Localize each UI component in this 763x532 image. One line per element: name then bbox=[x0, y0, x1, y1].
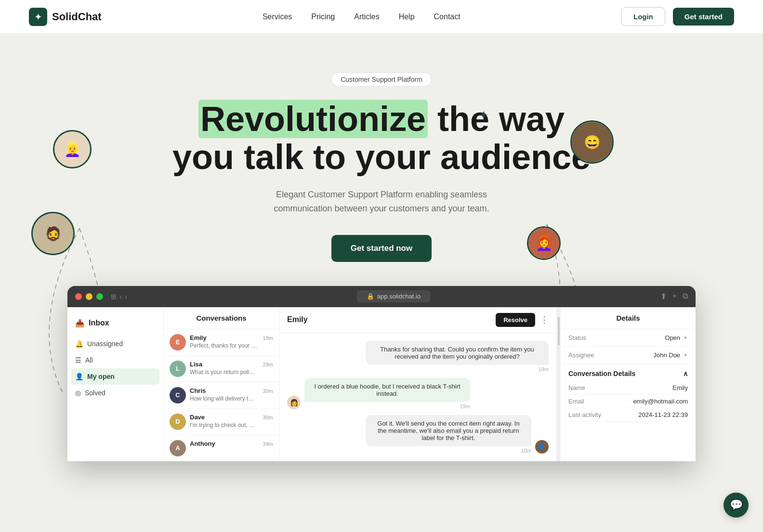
details-header: Details bbox=[561, 307, 696, 329]
login-button[interactable]: Login bbox=[621, 7, 665, 26]
message-3: Got it. We'll send you the correct item … bbox=[366, 415, 549, 454]
conv-item-chris[interactable]: C Chris 30m How long will delivery take … bbox=[164, 382, 279, 409]
conv-name-anthony: Anthony bbox=[190, 440, 215, 447]
last-activity-value: 2024-11-23 22:39 bbox=[638, 411, 688, 418]
status-value-row[interactable]: Open ▼ bbox=[665, 334, 688, 341]
conv-avatar-dave: D bbox=[170, 414, 186, 430]
assignee-value-row[interactable]: John Doe ▼ bbox=[653, 351, 688, 359]
chat-widget-icon: 💬 bbox=[730, 499, 743, 511]
hero-title: Revolutionize the way you talk to your a… bbox=[165, 100, 598, 176]
more-options-button[interactable]: ⋮ bbox=[540, 314, 549, 325]
avatar-2: 🧔 bbox=[31, 212, 75, 255]
new-tab-icon[interactable]: + bbox=[672, 292, 677, 301]
hero-title-highlight: Revolutionize bbox=[198, 100, 428, 138]
status-chevron-icon: ▼ bbox=[683, 335, 688, 340]
inbox-label: Inbox bbox=[89, 319, 109, 327]
conv-info-dave: Dave 30m I'm trying to check out, but m.… bbox=[190, 414, 273, 430]
email-detail-label: Email bbox=[568, 398, 584, 405]
chat-widget[interactable]: 💬 bbox=[724, 493, 749, 518]
sidebar-toggle-icon[interactable]: ⊞ bbox=[111, 293, 117, 300]
hero-cta-button[interactable]: Get started now bbox=[331, 235, 432, 262]
customer-avatar-small: 👩 bbox=[287, 396, 301, 409]
email-detail-row: Email emily@hotmail.com bbox=[568, 395, 688, 408]
message-2-bubble: I ordered a blue hoodie, but I received … bbox=[304, 378, 470, 402]
nav-services[interactable]: Services bbox=[263, 13, 292, 21]
avatar-1: 👱‍♀️ bbox=[53, 130, 92, 169]
message-1: Thanks for sharing that. Could you confi… bbox=[366, 341, 549, 372]
assignee-value: John Doe bbox=[653, 351, 680, 359]
hero-subtitle: Elegant Customer Support Platform enabli… bbox=[261, 188, 502, 216]
app-window: ⊞ ‹ › 🔒 app.solidchat.io ⬆ + ⧉ bbox=[67, 286, 696, 461]
chat-scrollbar[interactable] bbox=[557, 307, 561, 461]
conv-item-dave[interactable]: D Dave 30m I'm trying to check out, but … bbox=[164, 409, 279, 435]
solved-icon: ◎ bbox=[75, 389, 81, 397]
conv-item-anthony[interactable]: A Anthony 34m bbox=[164, 435, 279, 461]
last-activity-label: Last activity bbox=[568, 411, 601, 418]
inbox-icon: 📥 bbox=[75, 319, 85, 328]
myopen-icon: 👤 bbox=[75, 373, 83, 380]
url-bar[interactable]: 🔒 app.solidchat.io bbox=[357, 290, 430, 302]
nav-help[interactable]: Help bbox=[399, 13, 415, 21]
name-detail-row: Name Emily bbox=[568, 381, 688, 395]
conv-details-collapse-icon[interactable]: ∧ bbox=[683, 370, 688, 377]
conv-info-chris: Chris 30m How long will delivery take to… bbox=[190, 387, 273, 403]
sidebar-all-label: All bbox=[85, 356, 93, 364]
agent-avatar-small: 👤 bbox=[535, 440, 549, 454]
conv-avatar-anthony: A bbox=[170, 440, 186, 456]
avatar-3: 😄 bbox=[570, 120, 614, 164]
share-icon[interactable]: ⬆ bbox=[660, 292, 667, 301]
tabs-icon[interactable]: ⧉ bbox=[683, 292, 688, 301]
message-3-text: Got it. We'll send you the correct item … bbox=[377, 420, 519, 441]
conv-details-label: Conversation Details bbox=[568, 370, 635, 377]
assignee-row: Assignee John Doe ▼ bbox=[561, 347, 696, 364]
sidebar-myopen-label: My open bbox=[87, 373, 115, 380]
chat-header-actions: Resolve ⋮ bbox=[496, 313, 549, 327]
conv-name-emily: Emily bbox=[190, 334, 207, 341]
status-label: Status bbox=[568, 334, 586, 341]
sidebar-item-all[interactable]: ☰ All bbox=[67, 352, 163, 368]
nav-articles[interactable]: Articles bbox=[354, 13, 379, 21]
chat-panel: Emily Resolve ⋮ Thanks for sharing that.… bbox=[279, 307, 557, 461]
details-panel: Details Status Open ▼ Assignee John Doe … bbox=[561, 307, 696, 461]
assignee-label: Assignee bbox=[568, 351, 594, 359]
message-2-time: 19m bbox=[304, 403, 470, 409]
traffic-light-close[interactable] bbox=[75, 293, 82, 300]
sidebar-item-solved[interactable]: ◎ Solved bbox=[67, 385, 163, 401]
traffic-light-maximize[interactable] bbox=[96, 293, 103, 300]
conv-name-dave: Dave bbox=[190, 414, 205, 421]
app-sidebar: 📥 Inbox 🔔 Unassigned ☰ All 👤 My open bbox=[67, 307, 164, 461]
chat-contact-name: Emily bbox=[287, 315, 308, 324]
traffic-light-minimize[interactable] bbox=[86, 293, 92, 300]
conv-info-emily: Emily 19m Perfect, thanks for your help! bbox=[190, 334, 273, 350]
message-1-time: 19m bbox=[366, 366, 549, 372]
nav-forward-icon[interactable]: › bbox=[125, 293, 127, 300]
conv-details-header: Conversation Details ∧ bbox=[568, 370, 688, 377]
all-icon: ☰ bbox=[75, 356, 81, 364]
name-detail-label: Name bbox=[568, 384, 585, 391]
conv-preview-chris: How long will delivery take to... bbox=[190, 395, 257, 402]
url-text: app.solidchat.io bbox=[377, 293, 421, 300]
message-1-bubble: Thanks for sharing that. Could you confi… bbox=[366, 341, 549, 365]
window-titlebar: ⊞ ‹ › 🔒 app.solidchat.io ⬆ + ⧉ bbox=[67, 286, 696, 307]
resolve-button[interactable]: Resolve bbox=[496, 313, 535, 327]
sidebar-item-unassigned[interactable]: 🔔 Unassigned bbox=[67, 336, 163, 352]
name-detail-value: Emily bbox=[672, 384, 688, 391]
sidebar-item-myopen[interactable]: 👤 My open bbox=[71, 368, 159, 385]
lock-icon: 🔒 bbox=[367, 293, 374, 300]
get-started-nav-button[interactable]: Get started bbox=[673, 8, 734, 26]
app-content: 📥 Inbox 🔔 Unassigned ☰ All 👤 My open bbox=[67, 307, 696, 461]
conv-item-emily[interactable]: E Emily 19m Perfect, thanks for your hel… bbox=[164, 329, 279, 356]
conv-time-chris: 30m bbox=[263, 388, 273, 394]
conv-item-lisa[interactable]: L Lisa 29m What is your return policy fo… bbox=[164, 356, 279, 382]
message-1-text: Thanks for sharing that. Could you confi… bbox=[380, 346, 534, 360]
conv-time-lisa: 29m bbox=[263, 362, 273, 367]
nav-pricing[interactable]: Pricing bbox=[311, 13, 335, 21]
nav-back-icon[interactable]: ‹ bbox=[119, 293, 122, 300]
conv-preview-emily: Perfect, thanks for your help! bbox=[190, 342, 257, 349]
app-screenshot: ⊞ ‹ › 🔒 app.solidchat.io ⬆ + ⧉ bbox=[29, 286, 734, 461]
logo[interactable]: ✦ SolidChat bbox=[29, 8, 102, 26]
sidebar-unassigned-label: Unassigned bbox=[87, 340, 123, 348]
conv-name-chris: Chris bbox=[190, 387, 206, 394]
nav-contact[interactable]: Contact bbox=[434, 13, 460, 21]
conv-info-lisa: Lisa 29m What is your return policy fo..… bbox=[190, 361, 273, 377]
